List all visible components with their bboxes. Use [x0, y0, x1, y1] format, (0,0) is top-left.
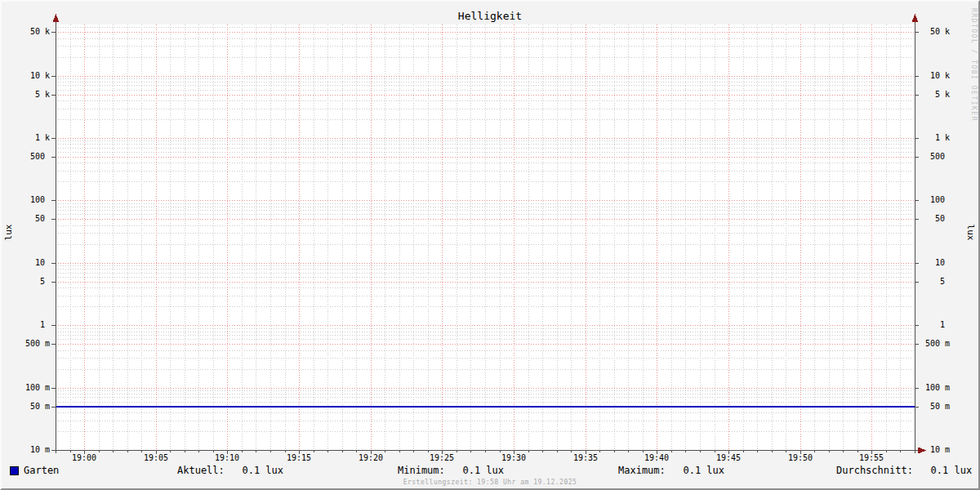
y-axis-label-right: 100 m [902, 383, 950, 393]
y-axis-label-right: 500 m [902, 339, 950, 349]
x-axis-label: 19:40 [640, 453, 673, 463]
legend-series-key: Garten [10, 465, 59, 476]
series-name: Garten [24, 465, 59, 476]
y-axis-label-right: 1 [902, 320, 950, 330]
y-axis-label-left: 5 [2, 277, 50, 287]
y-axis-label-left: 1 k [2, 133, 50, 143]
y-axis-label-right: 10 m [902, 445, 950, 455]
x-axis-label: 19:50 [784, 453, 817, 463]
plot-canvas [56, 24, 915, 450]
series-color-swatch [10, 466, 19, 475]
y-axis-label-right: 10 k [902, 71, 950, 81]
x-axis-label: 19:05 [140, 453, 172, 463]
y-axis-label-right: 5 k [902, 90, 950, 100]
y-axis-label-left: 100 m [2, 383, 50, 393]
stat-minimum: Minimum: 0.1 lux [398, 465, 504, 476]
stat-aktuell: Aktuell: 0.1 lux [177, 465, 283, 476]
x-axis-label: 19:00 [68, 453, 100, 463]
y-axis-label-right: 50 k [902, 27, 950, 37]
y-axis-label-left: 500 m [2, 339, 50, 349]
y-axis-label-right: 1 k [902, 133, 950, 143]
y-axis-label-left: 50 k [2, 27, 50, 37]
x-axis-label: 19:10 [211, 453, 243, 463]
y-axis-label-right: 50 [902, 214, 950, 224]
x-axis-label: 19:15 [283, 453, 315, 463]
y-axis-label-right: 5 [902, 277, 950, 287]
x-axis-label: 19:25 [425, 453, 458, 463]
y-axis-label-right: 500 [902, 152, 950, 162]
y-axis-label-left: 50 [2, 214, 50, 224]
legend-row: Garten Aktuell: 0.1 luxMinimum: 0.1 luxM… [2, 465, 978, 476]
y-axis-label-right: 100 [902, 195, 950, 205]
y-axis-label-left: 10 k [2, 71, 50, 81]
y-axis-label-right: 50 m [902, 402, 950, 412]
x-axis-label: 19:35 [569, 453, 602, 463]
y-axis-unit-right: lux [965, 216, 976, 249]
x-axis-label: 19:45 [712, 453, 745, 463]
y-axis-label-left: 5 k [2, 90, 50, 100]
stat-maximum: Maximum: 0.1 lux [618, 465, 724, 476]
stat-durchschnitt: Durchschnitt: 0.1 lux [836, 465, 972, 476]
x-axis-label: 19:55 [855, 453, 888, 463]
rrdtool-watermark: RRDTOOL / TOBI OETIKER [970, 8, 978, 122]
creation-timestamp: Erstellungszeit: 19:58 Uhr am 19.12.2025 [2, 479, 978, 486]
y-axis-label-left: 100 [2, 195, 50, 205]
y-axis-label-left: 500 [2, 152, 50, 162]
y-axis-label-left: 10 m [2, 445, 50, 455]
chart-title: Helligkeit [2, 10, 978, 22]
x-axis-label: 19:30 [497, 453, 530, 463]
y-axis-label-left: 50 m [2, 402, 50, 412]
y-axis-label-left: 10 [2, 258, 50, 268]
rrdtool-graph: Helligkeit lux lux RRDTOOL / TOBI OETIKE… [0, 0, 980, 490]
y-axis-label-left: 1 [2, 320, 50, 330]
x-axis-label: 19:20 [354, 453, 387, 463]
y-axis-label-right: 10 [902, 258, 950, 268]
